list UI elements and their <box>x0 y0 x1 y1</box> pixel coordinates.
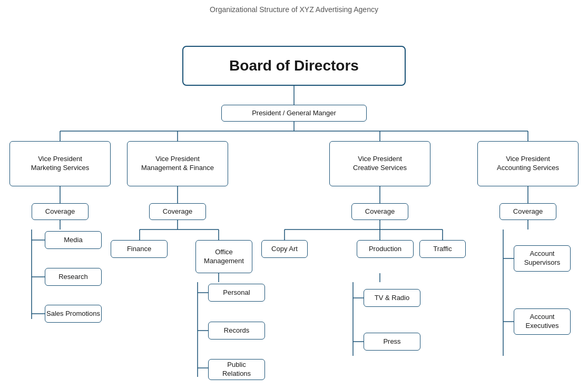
traffic-node: Traffic <box>419 240 466 258</box>
press-node: Press <box>364 333 420 351</box>
tv-radio-node: TV & Radio <box>364 289 420 307</box>
account-supervisors-node: AccountSupervisors <box>514 245 571 272</box>
coverage-creative-node: Coverage <box>351 203 408 220</box>
public-relations-node: PublicRelations <box>208 359 265 380</box>
org-chart: Board of Directors President / General M… <box>0 16 588 389</box>
coverage-accounting-node: Coverage <box>499 203 556 220</box>
office-management-node: OfficeManagement <box>195 240 252 273</box>
page-title: Organizational Structure of XYZ Advertis… <box>0 0 588 14</box>
copy-art-node: Copy Art <box>261 240 308 258</box>
coverage-management-node: Coverage <box>149 203 206 220</box>
vp-management-node: Vice PresidentManagement & Finance <box>127 141 228 186</box>
vp-creative-node: Vice PresidentCreative Services <box>329 141 430 186</box>
coverage-marketing-node: Coverage <box>32 203 89 220</box>
president-node: President / General Manger <box>221 105 367 122</box>
sales-promotions-node: Sales Promotions <box>45 305 102 323</box>
production-node: Production <box>357 240 414 258</box>
page-container: Organizational Structure of XYZ Advertis… <box>0 0 588 389</box>
media-node: Media <box>45 231 102 249</box>
finance-node: Finance <box>111 240 168 258</box>
records-node: Records <box>208 322 265 340</box>
personal-node: Personal <box>208 284 265 302</box>
account-executives-node: AccountExecutives <box>514 308 571 335</box>
vp-marketing-node: Vice PresidentMarketing Services <box>9 141 111 186</box>
research-node: Research <box>45 268 102 286</box>
vp-accounting-node: Vice PresidentAccounting Services <box>477 141 579 186</box>
board-node: Board of Directors <box>182 46 406 86</box>
